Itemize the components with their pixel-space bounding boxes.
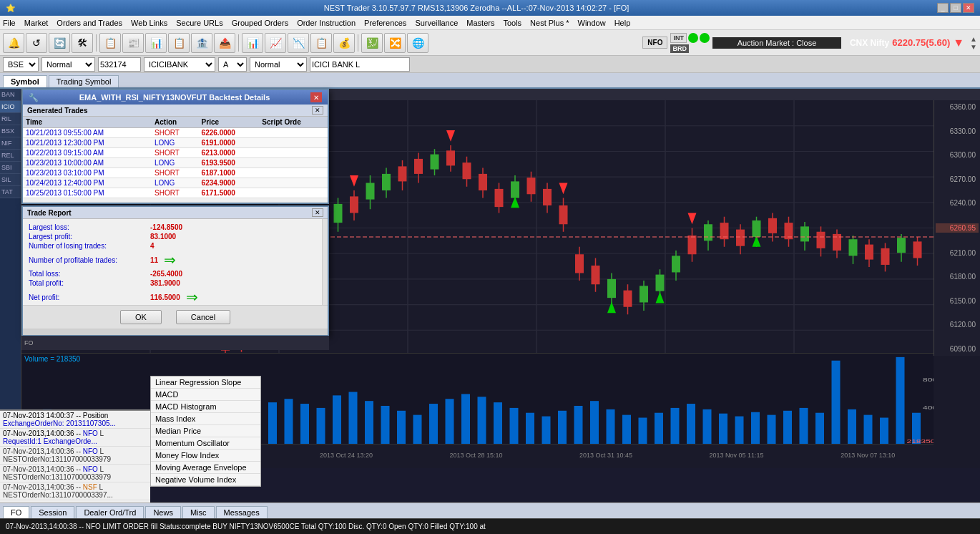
menu-file[interactable]: File xyxy=(3,19,16,27)
tb-btn-10[interactable]: 📤 xyxy=(214,33,235,53)
symbol-select[interactable]: ICICIBANK xyxy=(144,57,215,72)
indicator-momentum[interactable]: Momentum Oscillator xyxy=(151,437,260,450)
menu-tools[interactable]: Tools xyxy=(503,19,521,27)
code-input[interactable] xyxy=(98,57,141,72)
tb-btn-4[interactable]: 🛠 xyxy=(72,33,93,53)
btab-news[interactable]: News xyxy=(145,506,181,518)
menu-window[interactable]: Window xyxy=(578,19,606,27)
menu-nest-plus[interactable]: Nest Plus * xyxy=(530,19,569,27)
ok-button[interactable]: OK xyxy=(120,310,162,324)
sidebar-item-ril[interactable]: RIL xyxy=(0,113,21,125)
tab-symbol[interactable]: Symbol xyxy=(3,75,47,87)
indicator-macd[interactable]: MACD xyxy=(151,389,260,401)
time-4: 2013 Oct 28 15:10 xyxy=(449,452,502,459)
message-log[interactable]: 07-Nov-2013 14:00:37 -- Position Exchang… xyxy=(0,409,150,503)
tb-btn-17[interactable]: 🔀 xyxy=(384,33,406,53)
indicator-on-balance-vol[interactable]: On Balance Volume xyxy=(151,486,260,487)
trade-report-close-btn[interactable]: ✕ xyxy=(312,208,323,217)
tb-btn-12[interactable]: 📈 xyxy=(265,33,286,53)
tb-btn-2[interactable]: ↺ xyxy=(26,33,47,53)
menu-preferences[interactable]: Preferences xyxy=(364,19,406,27)
svg-rect-76 xyxy=(511,181,519,198)
indicator-moving-avg-env[interactable]: Moving Average Envelope xyxy=(151,462,260,474)
trade-price: 6187.1000 xyxy=(199,168,260,178)
sidebar-item-sbi[interactable]: SBI xyxy=(0,162,21,174)
price-6150: 6150.00 xyxy=(936,297,979,305)
tb-btn-7[interactable]: 📊 xyxy=(145,33,167,53)
menu-surveillance[interactable]: Surveillance xyxy=(415,19,458,27)
tab-trading-symbol[interactable]: Trading Symbol xyxy=(49,75,119,87)
menu-market[interactable]: Market xyxy=(24,19,49,27)
type3-select[interactable]: Normal xyxy=(250,57,307,72)
market-info: Auction Market : Close xyxy=(712,37,841,49)
sidebar-item-icio[interactable]: ICIO xyxy=(0,101,21,113)
menu-grouped-orders[interactable]: Grouped Orders xyxy=(232,19,288,27)
indicator-mass-index[interactable]: Mass Index xyxy=(151,413,260,425)
sidebar-item-rel[interactable]: REL xyxy=(0,150,21,162)
exchange-select[interactable]: BSE NSE NFO xyxy=(3,57,39,72)
svg-rect-183 xyxy=(703,409,712,444)
type2-select[interactable]: A xyxy=(218,57,247,72)
maximize-button[interactable]: □ xyxy=(950,3,961,13)
report-hscroll[interactable] xyxy=(23,329,328,334)
cancel-button[interactable]: Cancel xyxy=(176,310,230,324)
menu-help[interactable]: Help xyxy=(614,19,631,27)
tb-btn-13[interactable]: 📉 xyxy=(288,33,309,53)
trade-script xyxy=(259,168,328,178)
status-green-1 xyxy=(688,33,698,43)
menu-orders-trades[interactable]: Orders and Trades xyxy=(57,19,122,27)
minimize-button[interactable]: _ xyxy=(937,3,949,13)
report-label: Largest profit: xyxy=(29,233,150,241)
table-row: 10/24/2013 12:40:00 PM LONG 6234.9000 xyxy=(23,178,328,188)
btab-messages[interactable]: Messages xyxy=(216,506,268,518)
tb-btn-8[interactable]: 📋 xyxy=(168,33,190,53)
sidebar-item-tat[interactable]: TAT xyxy=(0,186,21,198)
btab-misc[interactable]: Misc xyxy=(182,506,215,518)
scroll-up[interactable]: ▲ xyxy=(970,35,977,43)
sidebar-item-nif[interactable]: NIF xyxy=(0,137,21,150)
tb-btn-5[interactable]: 📋 xyxy=(99,33,121,53)
indicator-median-price[interactable]: Median Price xyxy=(151,425,260,437)
svg-rect-66 xyxy=(431,155,439,170)
tb-btn-14[interactable]: 📋 xyxy=(310,33,332,53)
tb-btn-9[interactable]: 🏦 xyxy=(191,33,212,53)
menu-masters[interactable]: Masters xyxy=(466,19,494,27)
trade-script xyxy=(259,138,328,148)
price-6330: 6330.00 xyxy=(936,127,979,135)
svg-rect-195 xyxy=(896,356,905,444)
trade-table-scroll[interactable]: Time Action Price Script Orde 10/21/2013… xyxy=(23,117,328,203)
close-button[interactable]: ✕ xyxy=(963,3,974,13)
name-input[interactable] xyxy=(310,57,410,72)
menu-secure-urls[interactable]: Secure URLs xyxy=(176,19,222,27)
sidebar-item-ban[interactable]: BAN xyxy=(0,89,21,101)
scroll-down[interactable]: ▼ xyxy=(970,43,977,51)
sidebar-item-sil[interactable]: SIL xyxy=(0,174,21,186)
svg-rect-58 xyxy=(366,183,375,200)
menu-web-links[interactable]: Web Links xyxy=(131,19,167,27)
btab-fo[interactable]: FO xyxy=(3,506,29,518)
tb-btn-11[interactable]: 📊 xyxy=(242,33,263,53)
btab-dealer[interactable]: Dealer Ord/Trd xyxy=(76,506,144,518)
tb-btn-15[interactable]: 💰 xyxy=(333,33,355,53)
svg-rect-186 xyxy=(751,412,760,444)
price-6120: 6120.00 xyxy=(936,321,979,329)
trade-report-dialog: Trade Report ✕ Largest loss:-124.8500Lar… xyxy=(21,205,329,336)
menu-order-instruction[interactable]: Order Instruction xyxy=(297,19,356,27)
indicator-macd-histogram[interactable]: MACD Histogram xyxy=(151,401,260,413)
indicator-dropdown[interactable]: Linear Regression Slope MACD MACD Histog… xyxy=(150,376,261,487)
report-scroll[interactable]: Largest loss:-124.8500Largest profit:83.… xyxy=(23,219,328,305)
tb-btn-18[interactable]: 🌐 xyxy=(407,33,428,53)
tb-btn-3[interactable]: 🔄 xyxy=(49,33,70,53)
tb-btn-1[interactable]: 🔔 xyxy=(3,33,24,53)
indicator-linear-regression[interactable]: Linear Regression Slope xyxy=(151,377,260,389)
dialog-buttons: OK Cancel xyxy=(23,305,328,329)
section-close-btn[interactable]: ✕ xyxy=(312,106,323,115)
backtest-close-btn[interactable]: ✕ xyxy=(310,92,322,102)
btab-session[interactable]: Session xyxy=(31,506,74,518)
tb-btn-6[interactable]: 📰 xyxy=(122,33,144,53)
tb-btn-16[interactable]: 💹 xyxy=(361,33,383,53)
sidebar-item-bsx[interactable]: BSX xyxy=(0,125,21,137)
indicator-money-flow[interactable]: Money Flow Index xyxy=(151,450,260,462)
indicator-negative-vol[interactable]: Negative Volume Index xyxy=(151,474,260,486)
type1-select[interactable]: Normal Stop Loss xyxy=(41,57,95,72)
